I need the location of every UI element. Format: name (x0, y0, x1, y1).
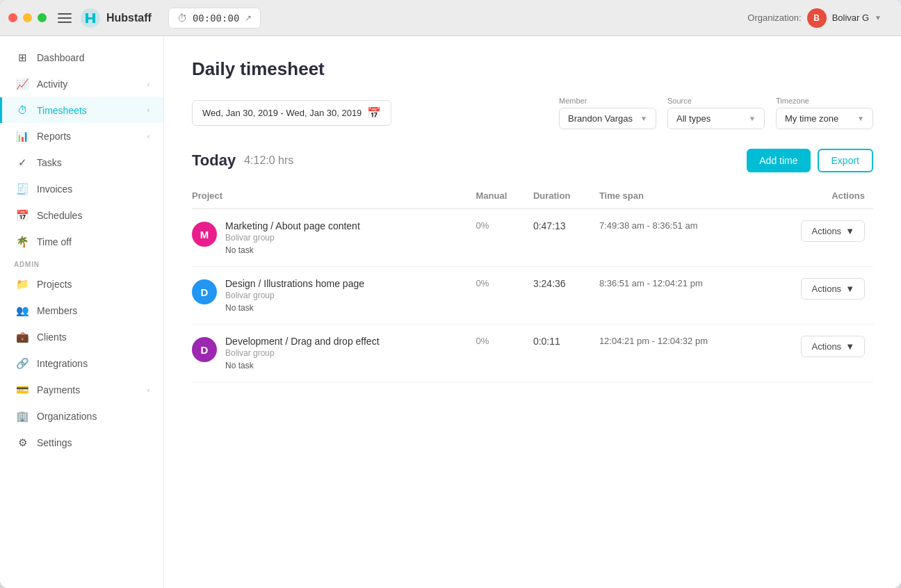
timespan-value: 8:36:51 am - 12:04:21 pm (599, 267, 769, 325)
actions-cell: Actions ▼ (769, 209, 873, 267)
sidebar-item-integrations[interactable]: 🔗 Integrations (0, 350, 163, 377)
organizations-icon: 🏢 (16, 410, 29, 423)
timer-widget[interactable]: ⏱ 00:00:00 ↗ (168, 8, 261, 28)
sidebar-item-members[interactable]: 👥 Members (0, 297, 163, 324)
top-nav: Hubstaff ⏱ 00:00:00 ↗ Organization: B Bo… (47, 8, 893, 28)
integrations-icon: 🔗 (16, 357, 29, 370)
page-title: Daily timesheet (192, 58, 873, 80)
source-filter-group: Source All types ▼ (667, 97, 765, 129)
member-select[interactable]: Brandon Vargas ▼ (559, 108, 656, 129)
main-content: Daily timesheet Wed, Jan 30, 2019 - Wed,… (164, 36, 901, 588)
timezone-select[interactable]: My time zone ▼ (776, 108, 873, 129)
add-time-button[interactable]: Add time (747, 149, 810, 172)
chevron-icon: ‹ (147, 106, 149, 114)
project-avatar: D (192, 279, 217, 304)
project-group: Bolivar group (225, 291, 364, 300)
sidebar-label-organizations: Organizations (37, 411, 97, 422)
sidebar: ⊞ Dashboard 📈 Activity ‹ ⏱ Timesheets ‹ … (0, 36, 164, 588)
sidebar-label-projects: Projects (37, 279, 72, 290)
activity-icon: 📈 (16, 78, 29, 90)
reports-icon: 📊 (16, 130, 29, 142)
sidebar-label-time-off: Time off (37, 236, 72, 247)
col-actions: Actions (769, 183, 873, 209)
col-duration: Duration (533, 183, 599, 209)
source-select[interactable]: All types ▼ (667, 108, 765, 129)
org-selector[interactable]: Organization: B Bolivar G ▼ (747, 8, 882, 28)
sidebar-item-reports[interactable]: 📊 Reports ‹ (0, 123, 163, 149)
sidebar-label-tasks: Tasks (37, 157, 62, 168)
sidebar-label-members: Members (37, 305, 77, 316)
maximize-button[interactable] (38, 13, 47, 22)
project-info: Development / Drag and drop effect Boliv… (225, 336, 380, 370)
sidebar-item-tasks[interactable]: ✓ Tasks (0, 149, 163, 176)
timesheets-icon: ⏱ (16, 104, 29, 116)
sidebar-label-clients: Clients (37, 332, 67, 343)
calendar-icon: 📅 (367, 106, 381, 120)
table-row: D Development / Drag and drop effect Bol… (192, 325, 873, 382)
table-row: D Design / Illustrations home page Boliv… (192, 267, 873, 325)
timesheet-table: Project Manual Duration Time span Action… (192, 183, 873, 382)
sidebar-label-payments: Payments (37, 384, 80, 395)
settings-icon: ⚙ (16, 436, 29, 449)
actions-cell: Actions ▼ (769, 325, 873, 382)
sidebar-label-dashboard: Dashboard (37, 52, 85, 63)
sidebar-item-activity[interactable]: 📈 Activity ‹ (0, 71, 163, 97)
project-group: Bolivar group (225, 348, 380, 358)
today-actions: Add time Export (747, 149, 873, 172)
today-section: Today 4:12:0 hrs Add time Export Project… (192, 149, 873, 382)
col-timespan: Time span (599, 183, 769, 209)
project-cell: D Development / Drag and drop effect Bol… (192, 336, 468, 370)
sidebar-item-timesheets[interactable]: ⏱ Timesheets ‹ (0, 97, 163, 123)
expand-icon[interactable]: ↗ (245, 13, 252, 23)
sidebar-item-settings[interactable]: ⚙ Settings (0, 430, 163, 456)
project-task: No task (225, 303, 364, 313)
source-chevron-icon: ▼ (749, 115, 756, 122)
invoices-icon: 🧾 (16, 183, 29, 195)
timezone-chevron-icon: ▼ (857, 115, 864, 122)
sidebar-item-dashboard[interactable]: ⊞ Dashboard (0, 44, 163, 71)
manual-value: 0% (476, 209, 533, 267)
source-value: All types (676, 113, 711, 124)
today-label: Today (192, 152, 236, 170)
table-row: M Marketing / About page content Bolivar… (192, 209, 873, 267)
window-controls (8, 13, 47, 22)
actions-button-0[interactable]: Actions ▼ (801, 220, 865, 242)
source-label: Source (667, 97, 765, 105)
sidebar-label-reports: Reports (37, 131, 71, 142)
duration-value: 3:24:36 (533, 267, 599, 325)
time-off-icon: 🌴 (16, 236, 29, 248)
actions-button-1[interactable]: Actions ▼ (801, 278, 865, 300)
sidebar-item-organizations[interactable]: 🏢 Organizations (0, 403, 163, 430)
actions-chevron-icon: ▼ (845, 341, 854, 352)
sidebar-label-timesheets: Timesheets (37, 105, 87, 116)
sidebar-item-payments[interactable]: 💳 Payments ‹ (0, 377, 163, 403)
chevron-icon: ‹ (147, 133, 149, 140)
actions-button-2[interactable]: Actions ▼ (801, 336, 865, 357)
project-name: Development / Drag and drop effect (225, 336, 380, 347)
project-name: Marketing / About page content (225, 220, 360, 231)
logo: Hubstaff (80, 8, 152, 28)
sidebar-label-schedules: Schedules (37, 210, 82, 221)
org-avatar: B (807, 8, 827, 28)
chevron-icon: ‹ (147, 386, 149, 394)
sidebar-item-invoices[interactable]: 🧾 Invoices (0, 176, 163, 202)
project-cell: M Marketing / About page content Bolivar… (192, 220, 468, 255)
project-cell: D Design / Illustrations home page Boliv… (192, 278, 468, 313)
hamburger-menu[interactable] (58, 13, 72, 23)
export-button[interactable]: Export (818, 149, 873, 172)
date-picker[interactable]: Wed, Jan 30, 2019 - Wed, Jan 30, 2019 📅 (192, 100, 391, 126)
member-chevron-icon: ▼ (640, 115, 647, 122)
sidebar-label-activity: Activity (37, 79, 67, 90)
project-task: No task (225, 361, 380, 370)
project-avatar: D (192, 337, 217, 362)
sidebar-item-time-off[interactable]: 🌴 Time off (0, 229, 163, 255)
col-manual: Manual (476, 183, 533, 209)
sidebar-item-clients[interactable]: 💼 Clients (0, 324, 163, 350)
today-hours: 4:12:0 hrs (244, 154, 293, 167)
sidebar-item-schedules[interactable]: 📅 Schedules (0, 202, 163, 229)
projects-icon: 📁 (16, 278, 29, 291)
minimize-button[interactable] (23, 13, 32, 22)
close-button[interactable] (8, 13, 17, 22)
chevron-icon: ‹ (147, 81, 149, 88)
sidebar-item-projects[interactable]: 📁 Projects (0, 271, 163, 297)
